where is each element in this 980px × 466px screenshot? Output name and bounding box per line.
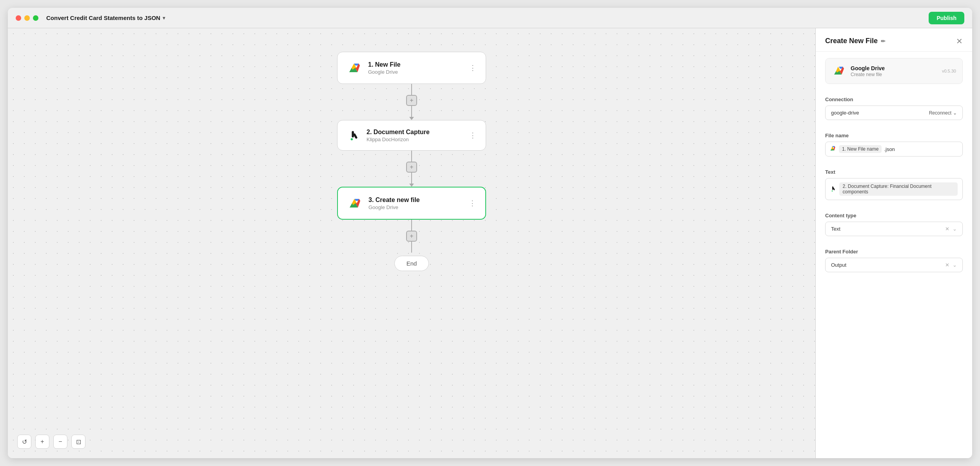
window-controls xyxy=(16,15,38,21)
content-type-section: Content type Text ✕ ⌄ xyxy=(816,206,972,242)
connector-3: + xyxy=(406,220,417,253)
content-type-chevron-icon[interactable]: ⌄ xyxy=(953,226,957,232)
google-drive-icon-1 xyxy=(345,59,363,76)
service-name: Google Drive xyxy=(851,65,937,71)
minimize-button[interactable] xyxy=(24,15,30,21)
canvas-area: 1. New File Google Drive ⋮ + xyxy=(8,28,815,458)
google-drive-icon-3 xyxy=(346,195,363,212)
svg-point-10 xyxy=(351,138,353,140)
connector-arrow-2 xyxy=(409,184,414,187)
parent-folder-label: Parent Folder xyxy=(825,249,963,255)
flow-container: 1. New File Google Drive ⋮ + xyxy=(337,52,486,271)
text-klippa-icon xyxy=(830,186,836,192)
text-label: Text xyxy=(825,169,963,175)
edit-icon[interactable]: ✏ xyxy=(881,38,886,44)
add-step-2-button[interactable]: + xyxy=(406,162,417,173)
content-type-clear-icon[interactable]: ✕ xyxy=(945,226,949,232)
node-2-menu[interactable]: ⋮ xyxy=(468,129,478,141)
add-step-1-button[interactable]: + xyxy=(406,95,417,106)
file-name-gdrive-icon xyxy=(830,146,837,152)
parent-folder-clear-icon[interactable]: ✕ xyxy=(945,262,949,268)
connector-line-1b xyxy=(411,106,412,117)
text-field[interactable]: 2. Document Capture: Financial Document … xyxy=(825,178,963,200)
node-2[interactable]: 2. Document Capture Klippa DocHorizon ⋮ xyxy=(337,120,486,151)
connector-line-3b xyxy=(411,242,412,253)
connector-1: + xyxy=(406,84,417,120)
close-panel-button[interactable]: ✕ xyxy=(956,37,963,45)
connector-line-2 xyxy=(411,151,412,162)
content-type-select[interactable]: Text ✕ ⌄ xyxy=(825,222,963,236)
reconnect-chevron-icon: ⌄ xyxy=(953,110,957,116)
right-panel: Create New File ✏ ✕ xyxy=(815,28,972,458)
text-tag: 2. Document Capture: Financial Document … xyxy=(839,182,958,196)
parent-folder-section: Parent Folder Output ✕ ⌄ xyxy=(816,242,972,279)
workflow-title: Convert Credit Card Statements to JSON ▾ xyxy=(46,15,165,21)
zoom-in-button[interactable]: + xyxy=(35,435,49,449)
service-info: Google Drive Create new file xyxy=(851,65,937,77)
node-1-subtitle: Google Drive xyxy=(368,69,462,75)
canvas-bottom-controls: ↺ + − ⊡ xyxy=(17,435,85,449)
add-step-3-button[interactable]: + xyxy=(406,231,417,242)
node-1-menu[interactable]: ⋮ xyxy=(468,62,478,74)
reconnect-button[interactable]: Reconnect ⌄ xyxy=(929,110,957,116)
node-2-info: 2. Document Capture Klippa DocHorizon xyxy=(367,129,462,142)
service-gdrive-icon xyxy=(832,64,846,78)
connection-field: google-drive Reconnect ⌄ xyxy=(825,106,963,120)
content-type-label: Content type xyxy=(825,213,963,218)
end-node: End xyxy=(394,256,429,271)
maximize-button[interactable] xyxy=(33,15,38,21)
connector-line-1 xyxy=(411,84,412,95)
zoom-out-button[interactable]: − xyxy=(53,435,67,449)
main-area: 1. New File Google Drive ⋮ + xyxy=(8,28,972,458)
fit-button[interactable]: ⊡ xyxy=(71,435,85,449)
file-name-tag: 1. New File name xyxy=(839,145,882,153)
node-3-menu[interactable]: ⋮ xyxy=(467,197,477,209)
panel-title-text: Create New File xyxy=(825,37,878,45)
file-name-section: File name 1. New File name xyxy=(816,126,972,163)
connection-section: Connection google-drive Reconnect ⌄ xyxy=(816,90,972,126)
file-name-field[interactable]: 1. New File name .json xyxy=(825,142,963,157)
service-card: Google Drive Create new file v0.5.30 xyxy=(825,58,963,84)
node-3[interactable]: 3. Create new file Google Drive ⋮ xyxy=(337,187,486,220)
klippa-icon-2 xyxy=(345,127,361,143)
publish-button[interactable]: Publish xyxy=(929,12,964,24)
panel-header: Create New File ✏ ✕ xyxy=(816,28,972,52)
node-2-title: 2. Document Capture xyxy=(367,129,462,136)
node-2-subtitle: Klippa DocHorizon xyxy=(367,137,462,142)
node-1[interactable]: 1. New File Google Drive ⋮ xyxy=(337,52,486,84)
content-type-value: Text xyxy=(831,226,840,232)
node-3-subtitle: Google Drive xyxy=(368,204,462,210)
parent-folder-value: Output xyxy=(831,262,846,268)
connector-line-2b xyxy=(411,173,412,184)
text-section: Text 2. Document Capture: Financial Docu… xyxy=(816,163,972,206)
app-window: Convert Credit Card Statements to JSON ▾… xyxy=(8,8,972,458)
close-button[interactable] xyxy=(16,15,21,21)
node-3-title: 3. Create new file xyxy=(368,197,462,204)
file-name-suffix: .json xyxy=(884,146,895,152)
node-1-title: 1. New File xyxy=(368,61,462,68)
service-action: Create new file xyxy=(851,72,937,77)
parent-folder-select[interactable]: Output ✕ ⌄ xyxy=(825,258,963,272)
connector-arrow-1 xyxy=(409,117,414,120)
connector-2: + xyxy=(406,151,417,187)
node-1-info: 1. New File Google Drive xyxy=(368,61,462,75)
connection-label: Connection xyxy=(825,96,963,102)
file-name-label: File name xyxy=(825,133,963,138)
service-version: v0.5.30 xyxy=(942,69,956,73)
parent-folder-chevron-icon[interactable]: ⌄ xyxy=(953,262,957,268)
node-3-info: 3. Create new file Google Drive xyxy=(368,197,462,210)
parent-folder-actions: ✕ ⌄ xyxy=(945,262,957,268)
workflow-title-text: Convert Credit Card Statements to JSON xyxy=(46,15,160,21)
svg-point-31 xyxy=(832,191,833,192)
content-type-actions: ✕ ⌄ xyxy=(945,226,957,232)
connection-value: google-drive xyxy=(831,110,859,116)
workflow-title-dropdown-icon[interactable]: ▾ xyxy=(163,15,165,21)
refresh-button[interactable]: ↺ xyxy=(17,435,31,449)
panel-title: Create New File ✏ xyxy=(825,37,886,45)
connector-line-3 xyxy=(411,220,412,231)
title-bar: Convert Credit Card Statements to JSON ▾… xyxy=(8,8,972,28)
